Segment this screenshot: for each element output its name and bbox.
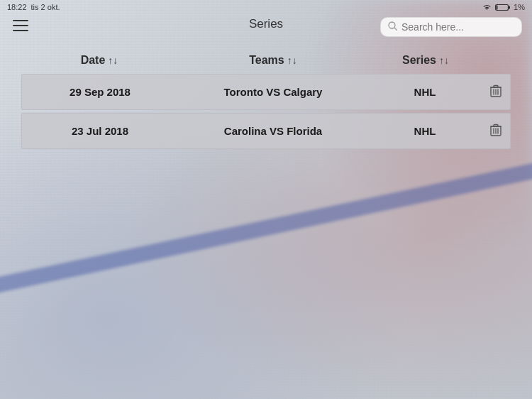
cell-date-0: 29 Sep 2018 [22, 79, 178, 105]
page-title: Series [249, 17, 283, 31]
delete-row-1-button[interactable] [487, 121, 504, 141]
search-input[interactable] [401, 21, 514, 33]
cell-date-1: 23 Jul 2018 [22, 118, 178, 144]
menu-button[interactable] [10, 17, 31, 34]
hamburger-line-3 [13, 30, 28, 31]
trash-icon [490, 84, 501, 97]
col-header-date: Date ↑↓ [21, 54, 177, 67]
hamburger-line-2 [13, 25, 28, 26]
nav-bar: Series [0, 0, 532, 37]
sort-series-icon[interactable]: ↑↓ [439, 55, 449, 65]
table-row: 23 Jul 2018 Carolina VS Florida NHL [21, 113, 511, 149]
cell-series-0: NHL [368, 79, 482, 105]
trash-icon [490, 124, 501, 136]
col-header-series: Series ↑↓ [369, 54, 482, 67]
table-header: Date ↑↓ Teams ↑↓ Series ↑↓ [21, 48, 511, 74]
table-row: 29 Sep 2018 Toronto VS Calgary NHL [21, 74, 511, 110]
search-bar[interactable] [380, 17, 522, 37]
svg-line-4 [394, 28, 397, 31]
sort-date-icon[interactable]: ↑↓ [108, 55, 118, 65]
search-icon [388, 21, 397, 33]
cell-action-1 [482, 114, 510, 148]
sort-teams-icon[interactable]: ↑↓ [287, 55, 297, 65]
delete-row-0-button[interactable] [487, 82, 504, 102]
data-table: Date ↑↓ Teams ↑↓ Series ↑↓ 29 Sep 2018 T… [21, 48, 511, 152]
cell-series-1: NHL [368, 118, 482, 144]
cell-teams-1: Carolina VS Florida [178, 118, 368, 144]
cell-action-0 [482, 75, 510, 109]
col-header-teams: Teams ↑↓ [177, 54, 369, 67]
hamburger-line-1 [13, 20, 28, 21]
cell-teams-0: Toronto VS Calgary [178, 79, 368, 105]
